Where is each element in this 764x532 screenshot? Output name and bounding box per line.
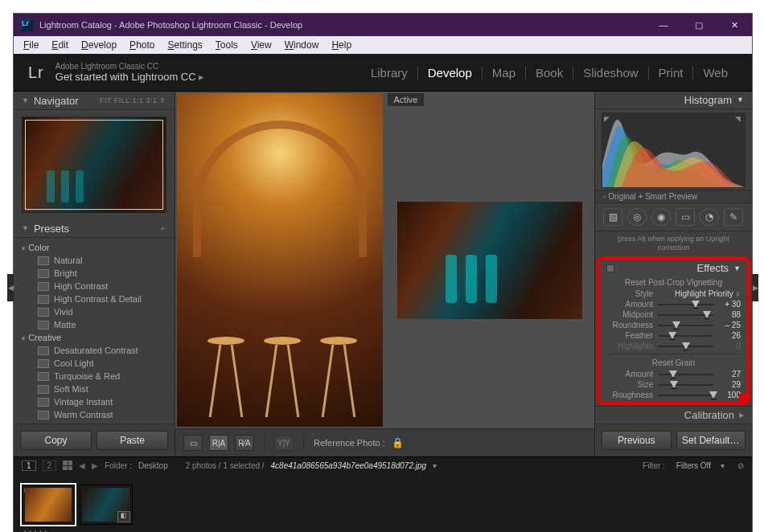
gradient-tool-icon[interactable]: ▭ xyxy=(676,208,695,226)
left-panel-toggle[interactable]: ◀ xyxy=(7,274,14,301)
loupe-view-button[interactable]: ▭ xyxy=(183,435,203,451)
previous-button[interactable]: Previous xyxy=(602,431,672,450)
right-panel-toggle[interactable]: ▶ xyxy=(752,274,758,301)
calibration-header[interactable]: Calibration xyxy=(595,406,752,424)
highlight-clip-icon[interactable]: ◥ xyxy=(735,115,743,123)
post-crop-vignetting-header[interactable]: Reset Post-Crop Vignetting xyxy=(600,276,747,289)
titlebar: Lightroom Catalog - Adobe Photoshop Ligh… xyxy=(14,14,752,36)
slider-value: – 25 xyxy=(718,321,741,329)
reference-view[interactable]: Reference xyxy=(177,93,383,427)
module-library[interactable]: Library xyxy=(361,66,417,80)
slider-vignette-highlights[interactable]: Highlights0 xyxy=(600,341,747,351)
preset-color-0[interactable]: Natural xyxy=(14,254,175,267)
preset-color-3[interactable]: High Contrast & Detail xyxy=(14,293,175,305)
module-develop[interactable]: Develop xyxy=(417,66,482,80)
preset-creative-2[interactable]: Turquoise & Red xyxy=(14,370,175,383)
menu-help[interactable]: Help xyxy=(325,38,358,52)
monitor-2[interactable]: 2 xyxy=(43,460,57,471)
menu-settings[interactable]: Settings xyxy=(161,38,208,52)
effects-title[interactable]: Effects xyxy=(697,262,729,274)
slider-vignette-roundness[interactable]: Roundness– 25 xyxy=(600,320,747,330)
menu-photo[interactable]: Photo xyxy=(123,38,161,52)
slider-vignette-midpoint[interactable]: Midpoint88 xyxy=(600,309,747,320)
menu-file[interactable]: File xyxy=(17,38,45,52)
panel-switch-icon[interactable] xyxy=(606,264,614,272)
spot-tool-icon[interactable]: ◎ xyxy=(627,208,647,226)
photo-count: 2 photos / 1 selected / xyxy=(186,461,265,470)
grain-header[interactable]: Reset Grain xyxy=(600,357,747,369)
minimize-button[interactable]: — xyxy=(646,14,681,36)
nav-fwd-icon[interactable]: ▶ xyxy=(92,461,98,470)
filmstrip-thumb-2[interactable]: ◧ xyxy=(80,485,133,525)
filename-dropdown-icon[interactable]: ▾ xyxy=(433,461,437,470)
reference-view-button[interactable]: R|A xyxy=(209,435,228,451)
module-book[interactable]: Book xyxy=(525,66,573,80)
preset-color-1[interactable]: Bright xyxy=(14,267,175,280)
presets-add-icon[interactable]: ＋ xyxy=(159,223,167,234)
preset-thumb-icon xyxy=(38,385,49,394)
navigator-header[interactable]: ▼ Navigator FIT FILL 1:1 3:1 ⇕ xyxy=(14,92,175,110)
module-print[interactable]: Print xyxy=(648,66,693,80)
radial-tool-icon[interactable]: ◔ xyxy=(700,208,719,226)
menu-develop[interactable]: Develop xyxy=(75,38,123,52)
nav-back-icon[interactable]: ◀ xyxy=(79,461,85,470)
filter-lock-icon[interactable]: ⊘ xyxy=(737,461,744,470)
filmstrip-thumb-1[interactable]: • • • • • xyxy=(22,485,75,525)
slider-vignette-feather[interactable]: Feather26 xyxy=(600,330,747,341)
navigator-thumbnail[interactable] xyxy=(22,117,166,213)
menu-window[interactable]: Window xyxy=(278,38,326,52)
get-started-link[interactable]: Get started with Lightroom CC xyxy=(55,71,204,83)
shadow-clip-icon[interactable]: ◤ xyxy=(604,115,612,123)
preset-color-2[interactable]: High Contrast xyxy=(14,280,175,293)
close-button[interactable]: ✕ xyxy=(717,14,752,36)
histogram-header[interactable]: Histogram ▼ xyxy=(595,92,752,109)
slider-grain-amount[interactable]: Amount27 xyxy=(600,369,747,379)
filters-off[interactable]: Filters Off xyxy=(676,461,711,470)
module-map[interactable]: Map xyxy=(482,66,525,80)
folder-name[interactable]: Desktop xyxy=(138,461,168,470)
preset-color-5[interactable]: Matte xyxy=(14,318,175,331)
module-picker: Library Develop Map Book Slideshow Print… xyxy=(361,66,737,80)
original-preview-label[interactable]: ▫ Original + Smart Preview xyxy=(595,190,752,203)
redeye-tool-icon[interactable]: ◉ xyxy=(651,208,671,226)
monitor-1[interactable]: 1 xyxy=(22,460,36,471)
lock-icon[interactable]: 🔒 xyxy=(392,437,403,448)
preset-creative-3[interactable]: Soft Mist xyxy=(14,383,175,395)
slider-label: Roughness xyxy=(606,391,653,399)
paste-button[interactable]: Paste xyxy=(97,431,168,450)
histogram[interactable]: ◤ ◥ xyxy=(602,113,746,188)
slider-grain-size[interactable]: Size29 xyxy=(600,379,747,390)
module-web[interactable]: Web xyxy=(692,66,737,80)
active-view[interactable]: Active xyxy=(388,93,594,427)
navigator-zoom-modes[interactable]: FIT FILL 1:1 3:1 ⇕ xyxy=(100,96,166,104)
brush-tool-icon[interactable]: ✎ xyxy=(724,208,743,226)
filter-dropdown-icon[interactable]: ▾ xyxy=(721,461,725,470)
slider-grain-roughness[interactable]: Roughness100 xyxy=(600,390,747,400)
grid-icon[interactable] xyxy=(63,460,72,470)
preset-group-creative[interactable]: Creative xyxy=(14,331,175,344)
preset-creative-5[interactable]: Warm Contrast xyxy=(14,408,175,421)
style-select[interactable]: Highlight Priority xyxy=(675,289,741,298)
presets-header[interactable]: ▼ Presets ＋ xyxy=(14,219,175,238)
menu-tools[interactable]: Tools xyxy=(209,38,244,52)
menu-edit[interactable]: Edit xyxy=(45,38,75,52)
slider-value: 0 xyxy=(718,342,741,350)
copy-button[interactable]: Copy xyxy=(20,431,92,450)
before-after-button[interactable]: Y|Y xyxy=(274,435,294,451)
slider-vignette-amount[interactable]: Amount+ 30 xyxy=(600,299,747,309)
preset-creative-4[interactable]: Vintage Instant xyxy=(14,395,175,408)
upright-hint: press Alt when applying an Upright corre… xyxy=(595,231,752,256)
crop-tool-icon[interactable]: ▧ xyxy=(603,208,622,226)
chevron-down-icon: ▼ xyxy=(737,96,744,104)
preset-creative-0[interactable]: Desaturated Contrast xyxy=(14,344,175,357)
set-default-button[interactable]: Set Default… xyxy=(676,431,746,450)
menu-view[interactable]: View xyxy=(244,38,278,52)
preset-label: Natural xyxy=(54,256,82,265)
maximize-button[interactable]: ▢ xyxy=(681,14,717,36)
module-slideshow[interactable]: Slideshow xyxy=(573,66,647,80)
preset-color-4[interactable]: Vivid xyxy=(14,305,175,318)
slider-label: Amount xyxy=(606,370,653,379)
preset-creative-1[interactable]: Cool Light xyxy=(14,357,175,370)
preset-group-color[interactable]: Color xyxy=(14,241,175,254)
reference-view-horiz-button[interactable]: R⁄A xyxy=(235,435,254,451)
